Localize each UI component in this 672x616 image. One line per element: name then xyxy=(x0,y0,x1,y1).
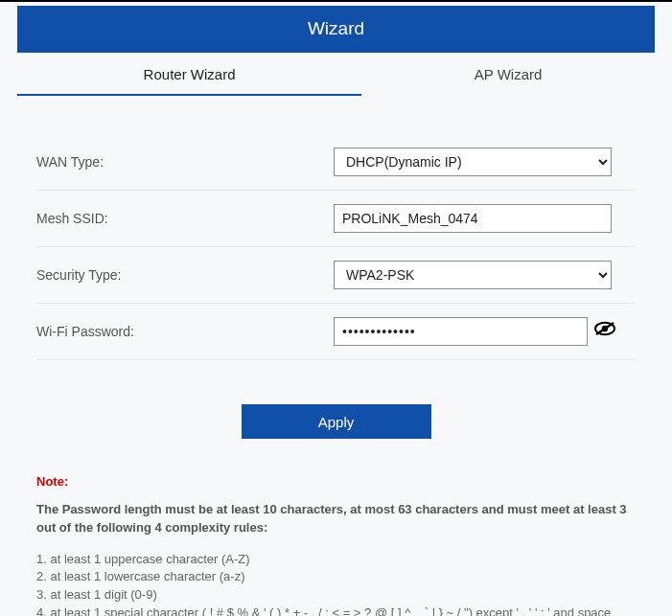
wizard-title: Wizard xyxy=(308,18,364,38)
tab-router-label: Router Wizard xyxy=(144,66,236,82)
label-mesh-ssid: Mesh SSID: xyxy=(36,211,334,226)
input-wifi-password[interactable] xyxy=(334,317,588,346)
form-area: WAN Type: DHCP(Dynamic IP) Mesh SSID: Se… xyxy=(36,134,636,360)
label-wifi-password: Wi-Fi Password: xyxy=(36,324,334,339)
select-wan-type[interactable]: DHCP(Dynamic IP) xyxy=(334,148,612,176)
note-rule-1: 1. at least 1 uppercase character (A-Z) xyxy=(36,551,636,569)
tab-bar: Router Wizard AP Wizard xyxy=(17,53,655,96)
note-rule-4: 4. at least 1 special character ( ! # $ … xyxy=(36,605,636,616)
note-title: Note: xyxy=(36,473,636,491)
note-rule-3: 3. at least 1 digit (0-9) xyxy=(36,586,636,605)
note-block: Note: The Password length must be at lea… xyxy=(36,473,636,616)
select-security-type[interactable]: WPA2-PSK xyxy=(334,261,612,289)
note-rule-2: 2. at least 1 lowercase character (a-z) xyxy=(36,568,636,586)
row-security-type: Security Type: WPA2-PSK xyxy=(36,247,636,304)
row-wifi-password: Wi-Fi Password: xyxy=(36,304,636,360)
apply-button-label: Apply xyxy=(318,414,355,430)
apply-button[interactable]: Apply xyxy=(242,404,431,439)
row-wan-type: WAN Type: DHCP(Dynamic IP) xyxy=(36,134,636,191)
tab-ap-label: AP Wizard xyxy=(475,66,543,82)
row-mesh-ssid: Mesh SSID: xyxy=(36,191,636,247)
input-mesh-ssid[interactable] xyxy=(334,204,612,233)
tab-ap-wizard[interactable]: AP Wizard xyxy=(361,53,655,96)
label-wan-type: WAN Type: xyxy=(36,154,334,170)
label-security-type: Security Type: xyxy=(36,267,334,283)
wizard-header: Wizard xyxy=(17,6,655,53)
toggle-password-visibility-icon[interactable] xyxy=(594,321,615,341)
tab-router-wizard[interactable]: Router Wizard xyxy=(17,53,361,96)
note-intro: The Password length must be at least 10 … xyxy=(36,501,636,537)
